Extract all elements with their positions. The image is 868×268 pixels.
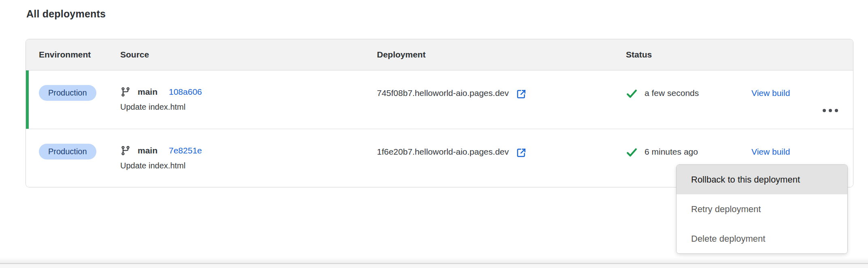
- status-time: a few seconds: [645, 88, 699, 98]
- commit-link[interactable]: 108a606: [169, 87, 202, 97]
- row-actions-button[interactable]: [821, 92, 840, 129]
- external-link-icon[interactable]: [516, 89, 527, 100]
- column-header-source: Source: [120, 50, 377, 60]
- external-link-icon[interactable]: [516, 147, 527, 158]
- commit-message: Update index.html: [120, 102, 377, 112]
- context-menu: Rollback to this deployment Retry deploy…: [676, 164, 848, 254]
- git-branch-icon: [120, 87, 131, 97]
- view-build-link[interactable]: View build: [751, 88, 790, 98]
- actions-cell: [807, 70, 853, 129]
- environment-badge: Production: [39, 85, 96, 101]
- branch-name: main: [138, 146, 157, 155]
- deployment-url: 745f08b7.helloworld-aio.pages.dev: [377, 88, 509, 98]
- deployment-cell: 1f6e20b7.helloworld-aio.pages.dev: [377, 129, 626, 187]
- view-build-link[interactable]: View build: [751, 147, 790, 156]
- page-title: All deployments: [26, 8, 106, 20]
- success-check-icon: [626, 88, 638, 100]
- deployment-url: 1f6e20b7.helloworld-aio.pages.dev: [377, 147, 509, 157]
- ellipsis-icon: [823, 109, 826, 112]
- ellipsis-icon: [835, 109, 838, 112]
- status-time: 6 minutes ago: [645, 147, 698, 157]
- success-check-icon: [626, 147, 638, 158]
- source-cell: main 7e8251e Update index.html: [120, 129, 377, 187]
- table-row: Production main 108a606 Update index.htm…: [26, 70, 853, 129]
- branch-name: main: [138, 87, 157, 97]
- column-header-status: Status: [626, 50, 751, 60]
- environment-cell: Production: [26, 129, 120, 187]
- commit-message: Update index.html: [120, 161, 377, 170]
- deployment-cell: 745f08b7.helloworld-aio.pages.dev: [377, 70, 626, 129]
- environment-cell: Production: [26, 70, 120, 129]
- menu-item-rollback[interactable]: Rollback to this deployment: [677, 165, 847, 194]
- menu-item-delete[interactable]: Delete deployment: [677, 224, 847, 253]
- column-header-environment: Environment: [26, 50, 120, 60]
- table-header-row: Environment Source Deployment Status: [26, 39, 853, 70]
- commit-link[interactable]: 7e8251e: [169, 146, 202, 155]
- menu-item-retry[interactable]: Retry deployment: [677, 194, 847, 224]
- source-cell: main 108a606 Update index.html: [120, 70, 377, 129]
- status-cell: a few seconds: [626, 70, 751, 129]
- below-divider-area: [0, 264, 868, 268]
- environment-badge: Production: [39, 144, 96, 160]
- column-header-deployment: Deployment: [377, 50, 626, 60]
- view-build-cell: View build: [751, 70, 807, 129]
- ellipsis-icon: [829, 109, 832, 112]
- git-branch-icon: [120, 145, 131, 156]
- section-bottom-fade: [0, 257, 868, 263]
